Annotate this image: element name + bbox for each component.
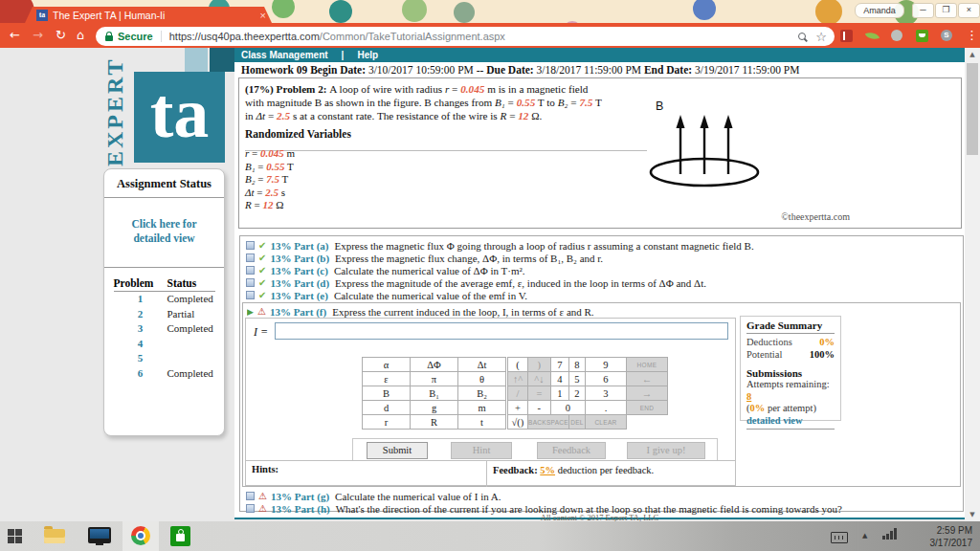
bookmark-star-icon[interactable]: ☆ bbox=[815, 30, 827, 44]
lenovo-app-icon[interactable] bbox=[88, 527, 111, 543]
answer-input[interactable] bbox=[275, 322, 728, 340]
keypad-key[interactable]: Δt bbox=[458, 358, 506, 372]
part-row[interactable]: ✔13% Part (c)Calculate the numerical val… bbox=[246, 264, 954, 276]
file-explorer-icon[interactable] bbox=[44, 529, 65, 543]
keypad-key[interactable]: B₂ bbox=[458, 386, 506, 401]
back-icon[interactable]: ← bbox=[10, 23, 20, 48]
problem-number-link[interactable]: 4 bbox=[114, 337, 167, 352]
browser-tab[interactable]: ta The Expert TA | Human-Ii × bbox=[25, 7, 272, 23]
keypad-key: DEL bbox=[568, 415, 585, 430]
detailed-view-link[interactable]: Click here for detailed view bbox=[104, 217, 224, 246]
keypad-key[interactable]: R bbox=[411, 415, 458, 430]
part-row[interactable]: ⚠13% Part (g)Calculate the numerical val… bbox=[246, 490, 954, 502]
keypad-key[interactable]: - bbox=[528, 401, 551, 415]
taskbar-clock[interactable]: 2:59 PM 3/17/2017 bbox=[900, 524, 972, 549]
reload-icon[interactable]: ↻ bbox=[56, 23, 66, 48]
keypad-key[interactable]: g bbox=[411, 401, 458, 415]
scroll-up-icon[interactable]: ▲ bbox=[965, 51, 980, 58]
part-row[interactable]: ✔13% Part (e)Calculate the numerical val… bbox=[246, 289, 954, 301]
wallpaper-dot bbox=[272, 0, 295, 18]
problem-number-link[interactable]: 6 bbox=[114, 366, 167, 382]
keypad-key[interactable]: 1 bbox=[550, 386, 568, 401]
keypad-key[interactable]: θ bbox=[458, 372, 506, 386]
scrollbar[interactable]: ▲ ▼ bbox=[965, 48, 980, 521]
keypad-key[interactable]: α bbox=[363, 358, 411, 372]
keypad-key[interactable]: 2 bbox=[568, 386, 585, 401]
keypad-key[interactable]: B₁ bbox=[411, 386, 458, 401]
close-button[interactable]: × bbox=[958, 3, 980, 18]
homework-header: Homework 09 Begin Date: 3/10/2017 10:59:… bbox=[241, 64, 959, 76]
keyboard-tray-icon[interactable] bbox=[831, 532, 848, 543]
keypad-key[interactable]: 9 bbox=[585, 358, 626, 372]
wallpaper-dot bbox=[815, 0, 842, 25]
expand-part-icon[interactable] bbox=[246, 291, 255, 299]
expand-part-icon[interactable] bbox=[246, 492, 255, 500]
menu-class-management[interactable]: Class Management bbox=[241, 50, 328, 60]
scrollbar-thumb[interactable] bbox=[967, 63, 978, 155]
keypad-key[interactable]: . bbox=[585, 401, 626, 415]
keypad-key: END bbox=[626, 401, 667, 415]
problem-number-link[interactable]: 3 bbox=[114, 321, 167, 337]
home-icon[interactable]: ⌂ bbox=[77, 23, 84, 48]
part-row[interactable]: ✔13% Part (d)Express the magnitude of th… bbox=[246, 276, 954, 289]
wallpaper-dot bbox=[329, 0, 352, 23]
url-host[interactable]: https://usq40pa.theexpertta.com bbox=[169, 31, 320, 42]
extension-green-icon[interactable] bbox=[916, 30, 928, 42]
keypad-key[interactable]: 6 bbox=[585, 372, 626, 386]
scroll-down-icon[interactable]: ▼ bbox=[965, 511, 980, 518]
grade-summary-panel: Grade Summary Deductions 0% Potential 10… bbox=[740, 316, 841, 421]
network-signal-icon[interactable] bbox=[882, 528, 898, 540]
expanded-part-icon: ▶ bbox=[247, 307, 254, 317]
part-row[interactable]: ✔13% Part (b)Express the magnetic flux c… bbox=[246, 252, 954, 264]
address-bar[interactable]: Secure https://usq40pa.theexpertta.com /… bbox=[96, 27, 835, 46]
windows-store-icon[interactable] bbox=[170, 526, 190, 546]
expand-part-icon[interactable] bbox=[246, 504, 255, 513]
part-row[interactable]: ✔13% Part (a)Express the magnetic flux Φ… bbox=[246, 239, 954, 252]
problem-number-link[interactable]: 1 bbox=[114, 292, 167, 307]
keypad-key[interactable]: ΔΦ bbox=[411, 358, 458, 372]
wallpaper-dot bbox=[693, 0, 716, 20]
restore-button[interactable]: ❐ bbox=[935, 3, 957, 18]
keypad-key[interactable]: B bbox=[363, 386, 411, 401]
extension-s-icon[interactable]: S bbox=[941, 30, 952, 41]
keypad-key[interactable]: ( bbox=[508, 358, 528, 372]
windows-start-icon[interactable] bbox=[8, 529, 22, 543]
expand-part-icon[interactable] bbox=[246, 278, 255, 287]
keypad-key[interactable]: 8 bbox=[568, 358, 585, 372]
expand-part-icon[interactable] bbox=[246, 253, 255, 262]
extension-book-icon[interactable] bbox=[840, 30, 853, 42]
keypad-key[interactable]: t bbox=[458, 415, 506, 430]
expand-part-icon[interactable] bbox=[246, 266, 255, 275]
problem-number-link[interactable]: 2 bbox=[114, 307, 167, 322]
menu-help[interactable]: Help bbox=[357, 50, 378, 60]
keypad-key[interactable]: 0 bbox=[550, 401, 585, 415]
keypad-key[interactable]: r bbox=[363, 415, 411, 430]
parts-list-bottom: ⚠13% Part (g)Calculate the numerical val… bbox=[246, 490, 954, 515]
keypad-key[interactable]: √() bbox=[508, 415, 528, 430]
browser-menu-icon[interactable]: ⋮ bbox=[966, 26, 978, 45]
url-path[interactable]: /Common/TakeTutorialAssignment.aspx bbox=[320, 31, 505, 42]
tab-close-icon[interactable]: × bbox=[260, 10, 266, 21]
minimize-button[interactable]: ─ bbox=[912, 3, 934, 18]
submit-button[interactable]: Submit bbox=[367, 442, 428, 459]
hidden-icons-chevron[interactable]: ▲ bbox=[862, 532, 867, 540]
keypad-key[interactable]: 3 bbox=[585, 386, 626, 401]
search-icon[interactable] bbox=[798, 33, 806, 40]
keypad-key[interactable]: ε bbox=[363, 372, 411, 386]
deductions-value: 0% bbox=[819, 336, 835, 348]
submissions-detailed-view-link[interactable]: detailed view bbox=[746, 415, 835, 426]
forward-icon[interactable]: → bbox=[33, 23, 43, 48]
extension-circle-icon[interactable] bbox=[891, 30, 902, 41]
keypad-key[interactable]: m bbox=[458, 401, 506, 415]
keypad-key[interactable]: 4 bbox=[550, 372, 568, 386]
chrome-icon[interactable] bbox=[131, 526, 150, 545]
user-pill[interactable]: Amanda bbox=[855, 3, 904, 18]
keypad-key[interactable]: 7 bbox=[550, 358, 568, 372]
keypad-key[interactable]: + bbox=[508, 401, 528, 415]
problem-number-link[interactable]: 5 bbox=[114, 351, 167, 366]
keypad-key[interactable]: π bbox=[411, 372, 458, 386]
part-row[interactable]: ▶⚠13% Part (f)Express the current induce… bbox=[247, 305, 955, 318]
keypad-key[interactable]: d bbox=[363, 401, 411, 415]
expand-part-icon[interactable] bbox=[246, 241, 255, 250]
keypad-key[interactable]: 5 bbox=[568, 372, 585, 386]
